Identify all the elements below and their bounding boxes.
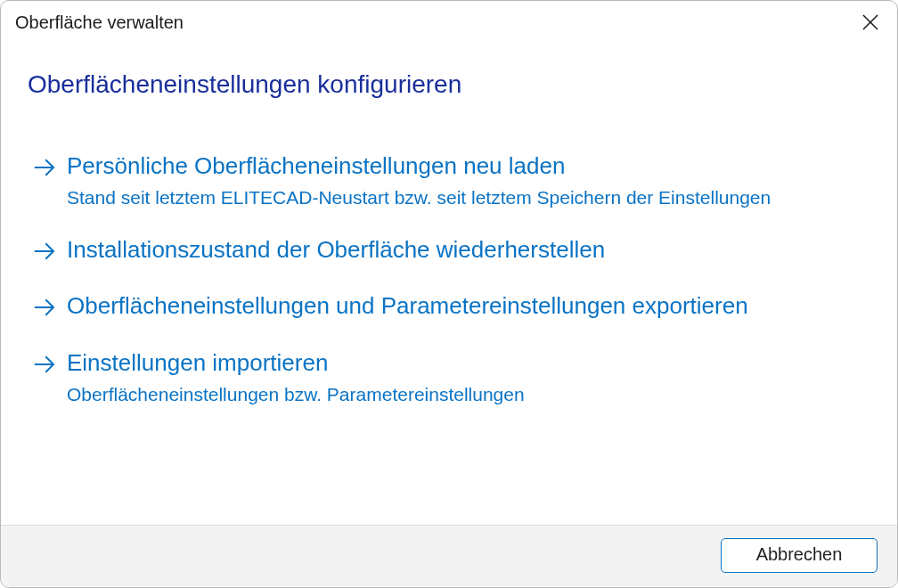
option-text: Installationszustand der Oberfläche wied…	[67, 234, 870, 265]
arrow-right-icon	[31, 154, 67, 181]
arrow-right-icon	[31, 238, 67, 265]
option-text: Einstellungen importieren Oberflächenein…	[67, 347, 870, 406]
arrow-right-icon	[31, 351, 67, 378]
option-list: Persönliche Oberflächeneinstellungen neu…	[28, 151, 870, 406]
option-text: Oberflächeneinstellungen und Parameterei…	[67, 290, 870, 322]
page-title: Oberflächeneinstellungen konfigurieren	[28, 70, 870, 99]
window-title: Oberfläche verwalten	[15, 12, 184, 33]
close-button[interactable]	[856, 8, 885, 37]
option-export-settings[interactable]: Oberflächeneinstellungen und Parameterei…	[28, 290, 870, 322]
option-title: Einstellungen importieren	[67, 347, 870, 379]
option-subtitle: Oberflächeneinstellungen bzw. Parametere…	[67, 382, 870, 406]
cancel-button[interactable]: Abbrechen	[721, 538, 878, 573]
option-title: Oberflächeneinstellungen und Parameterei…	[67, 290, 870, 322]
option-title: Persönliche Oberflächeneinstellungen neu…	[67, 151, 870, 182]
titlebar: Oberfläche verwalten	[1, 1, 897, 38]
dialog-footer: Abbrechen	[1, 525, 897, 587]
option-restore-install[interactable]: Installationszustand der Oberfläche wied…	[28, 234, 870, 265]
arrow-right-icon	[31, 294, 67, 321]
option-text: Persönliche Oberflächeneinstellungen neu…	[67, 151, 870, 209]
close-icon	[861, 13, 879, 31]
option-subtitle: Stand seit letztem ELITECAD-Neustart bzw…	[67, 185, 870, 209]
dialog-window: Oberfläche verwalten Oberflächeneinstell…	[0, 0, 898, 588]
option-title: Installationszustand der Oberfläche wied…	[67, 234, 870, 265]
dialog-content: Oberflächeneinstellungen konfigurieren P…	[1, 38, 897, 525]
option-import-settings[interactable]: Einstellungen importieren Oberflächenein…	[28, 347, 870, 406]
option-reload-personal[interactable]: Persönliche Oberflächeneinstellungen neu…	[28, 151, 870, 209]
